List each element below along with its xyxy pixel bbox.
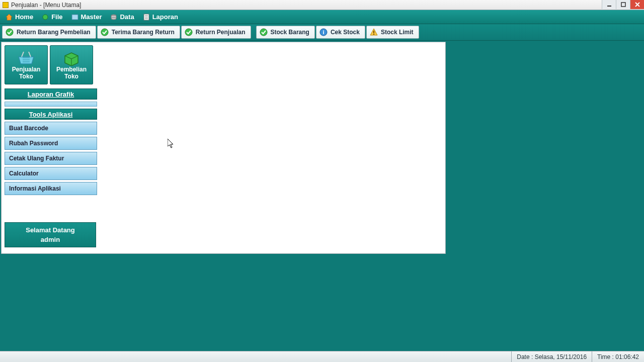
section-label: Tools Aplikasi	[29, 111, 73, 118]
tool-cetak-ulang-faktur[interactable]: Cetak Ulang Faktur	[5, 152, 97, 165]
close-icon	[635, 2, 640, 7]
section-laporan-grafik[interactable]: Laporan Grafik	[5, 88, 97, 100]
big-btn-line2: Toko	[19, 73, 33, 80]
welcome-line1: Selamat Datang	[26, 226, 75, 234]
check-green-icon	[101, 28, 109, 36]
side-item-label: Cetak Ulang Faktur	[9, 155, 64, 162]
tool-stock-barang[interactable]: Stock Barang	[256, 26, 315, 39]
main-panel: Penjualan Toko Pembelian Toko Laporan Gr…	[1, 42, 446, 254]
menu-master[interactable]: Master	[67, 10, 106, 24]
file-icon	[41, 13, 49, 21]
close-button[interactable]	[630, 0, 644, 9]
tool-label: Stock Barang	[271, 29, 309, 36]
section-label: Laporan Grafik	[28, 90, 74, 98]
tool-label: Terima Barang Return	[112, 29, 175, 36]
tool-stock-limit[interactable]: Stock Limit	[366, 26, 419, 39]
menu-label: Laporan	[152, 13, 178, 21]
side-item-label: Buat Barcode	[9, 125, 48, 132]
svg-rect-1	[621, 3, 625, 7]
svg-point-14	[260, 29, 267, 36]
warning-icon	[370, 28, 378, 36]
menu-label: File	[51, 13, 62, 21]
sidebar: Penjualan Toko Pembelian Toko Laporan Gr…	[5, 45, 97, 195]
tool-informasi-aplikasi[interactable]: Informasi Aplikasi	[5, 182, 97, 195]
section-tools-aplikasi[interactable]: Tools Aplikasi	[5, 109, 97, 120]
tool-calculator[interactable]: Calculator	[5, 167, 97, 180]
statusbar: Date : Selasa, 15/11/2016 Time : 01:06:4…	[0, 351, 644, 362]
status-date: Date : Selasa, 15/11/2016	[511, 351, 592, 362]
menu-label: Data	[120, 13, 134, 21]
btn-pembelian-toko[interactable]: Pembelian Toko	[50, 45, 93, 84]
tool-label: Return Penjualan	[196, 29, 246, 36]
welcome-box: Selamat Datang admin	[5, 222, 96, 247]
tool-label: Return Barang Pembelian	[17, 29, 91, 36]
tool-label: Stock Limit	[381, 29, 414, 36]
btn-penjualan-toko[interactable]: Penjualan Toko	[5, 45, 48, 84]
svg-rect-17	[373, 31, 374, 33]
svg-point-13	[185, 29, 192, 36]
master-icon	[71, 13, 79, 21]
report-icon	[142, 13, 150, 21]
big-btn-line2: Toko	[64, 73, 78, 80]
toolbar: Return Barang Pembelian Terima Barang Re…	[0, 24, 644, 41]
titlebar: Penjualan - [Menu Utama]	[0, 0, 644, 10]
big-btn-line1: Pembelian	[56, 66, 87, 73]
check-green-icon	[260, 28, 268, 36]
cursor-icon	[168, 139, 175, 149]
box-icon	[61, 49, 82, 66]
svg-rect-3	[72, 15, 78, 20]
minimize-button[interactable]	[602, 0, 616, 9]
toolbar-separator	[253, 26, 254, 39]
tool-cek-stock[interactable]: i Cek Stock	[316, 26, 365, 39]
check-green-icon	[6, 28, 14, 36]
status-time: Time : 01:06:42	[592, 351, 644, 362]
menubar: Home File Master Data Laporan	[0, 10, 644, 24]
tool-return-penjualan[interactable]: Return Penjualan	[181, 26, 251, 39]
maximize-icon	[621, 2, 626, 7]
svg-point-2	[43, 15, 48, 20]
data-icon	[110, 13, 118, 21]
svg-text:i: i	[323, 29, 324, 35]
svg-point-11	[6, 29, 13, 36]
side-item-label: Rubah Password	[9, 140, 58, 147]
collapsed-row[interactable]	[5, 102, 97, 107]
tool-label: Cek Stock	[331, 29, 360, 36]
menu-home[interactable]: Home	[1, 10, 37, 24]
big-btn-line1: Penjualan	[12, 66, 41, 73]
svg-point-12	[101, 29, 108, 36]
menu-data[interactable]: Data	[106, 10, 138, 24]
welcome-line2: admin	[41, 236, 60, 243]
home-icon	[5, 13, 13, 21]
side-item-label: Informasi Aplikasi	[9, 185, 61, 192]
maximize-button[interactable]	[616, 0, 630, 9]
menu-file[interactable]: File	[37, 10, 66, 24]
menu-laporan[interactable]: Laporan	[138, 10, 182, 24]
tool-buat-barcode[interactable]: Buat Barcode	[5, 122, 97, 135]
tool-return-barang-pembelian[interactable]: Return Barang Pembelian	[2, 26, 96, 39]
minimize-icon	[607, 2, 612, 7]
check-green-icon	[185, 28, 193, 36]
basket-icon	[16, 49, 37, 66]
side-item-label: Calculator	[9, 170, 39, 177]
svg-point-6	[111, 18, 116, 20]
svg-rect-0	[607, 6, 611, 7]
window-controls	[602, 0, 644, 9]
svg-rect-18	[373, 34, 374, 35]
tool-terima-barang-return[interactable]: Terima Barang Return	[97, 26, 180, 39]
window-title: Penjualan - [Menu Utama]	[11, 2, 81, 9]
info-icon: i	[319, 28, 328, 36]
tool-rubah-password[interactable]: Rubah Password	[5, 137, 97, 150]
app-icon	[3, 2, 9, 8]
menu-label: Master	[81, 13, 102, 21]
workarea: Penjualan Toko Pembelian Toko Laporan Gr…	[0, 41, 644, 351]
menu-label: Home	[15, 13, 33, 21]
